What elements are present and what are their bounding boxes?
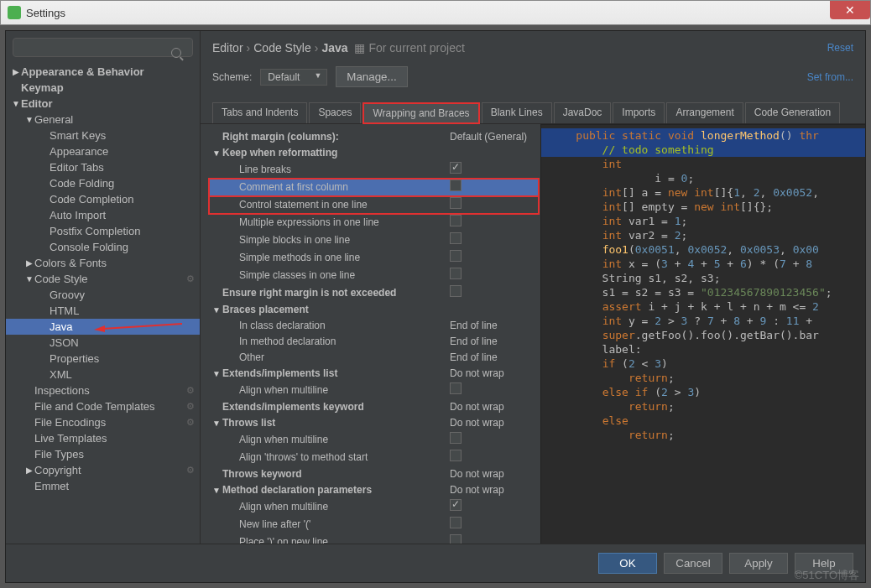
tab-wrapping-braces[interactable]: Wrapping and Braces <box>362 102 479 124</box>
sidebar-item-console-folding[interactable]: Console Folding <box>6 239 200 255</box>
sidebar-item-code-completion[interactable]: Code Completion <box>6 191 200 207</box>
option-row[interactable]: Throws listDo not wrap <box>209 415 539 431</box>
sidebar-item-colors-fonts[interactable]: Colors & Fonts <box>6 255 200 271</box>
dialog-footer: OK Cancel Apply Help <box>6 544 865 582</box>
option-checkbox[interactable] <box>450 432 462 444</box>
option-checkbox[interactable] <box>450 517 462 528</box>
option-checkbox[interactable] <box>450 268 462 279</box>
sidebar-item-file-types[interactable]: File Types <box>6 446 200 462</box>
sidebar-item-label: Editor <box>21 97 195 110</box>
option-value[interactable]: End of line <box>450 319 534 333</box>
option-row[interactable]: Comment at first column <box>209 179 539 196</box>
option-checkbox[interactable] <box>450 450 462 461</box>
option-checkbox[interactable] <box>450 162 462 174</box>
option-row[interactable]: Simple blocks in one line <box>209 232 539 249</box>
option-checkbox[interactable] <box>450 285 462 297</box>
option-row[interactable]: Ensure right margin is not exceeded <box>209 284 539 302</box>
ok-button[interactable]: OK <box>598 553 657 574</box>
sidebar-item-copyright[interactable]: Copyright⚙ <box>6 462 200 478</box>
window-close-button[interactable]: ✕ <box>830 1 870 19</box>
option-checkbox[interactable] <box>450 180 462 191</box>
tab-tabs-indents[interactable]: Tabs and Indents <box>212 102 307 123</box>
option-row[interactable]: Line breaks <box>209 161 539 179</box>
option-row[interactable]: Control statement in one line <box>209 196 539 214</box>
sidebar-item-live-templates[interactable]: Live Templates <box>6 430 200 446</box>
option-checkbox[interactable] <box>450 215 462 226</box>
tab-blank-lines[interactable]: Blank Lines <box>482 102 552 123</box>
sidebar-item-label: Copyright <box>34 464 186 476</box>
option-value[interactable]: Do not wrap <box>450 467 534 481</box>
option-row[interactable]: Simple methods in one line <box>209 249 539 267</box>
option-row[interactable]: Extends/implements keywordDo not wrap <box>209 399 539 415</box>
option-row[interactable]: Extends/implements listDo not wrap <box>209 366 539 382</box>
option-checkbox[interactable] <box>450 250 462 262</box>
tab-imports[interactable]: Imports <box>613 102 665 123</box>
sidebar-item-appearance-behavior[interactable]: Appearance & Behavior <box>6 64 200 80</box>
option-row[interactable]: Braces placement <box>209 302 539 318</box>
scheme-select[interactable]: Default <box>260 69 327 86</box>
option-value[interactable]: Default (General) <box>450 130 534 144</box>
sidebar-item-java[interactable]: Java <box>6 319 200 335</box>
tab-arrangement[interactable]: Arrangement <box>666 102 743 123</box>
option-row[interactable]: Align when multiline <box>209 431 539 449</box>
sidebar-item-inspections[interactable]: Inspections⚙ <box>6 382 200 398</box>
sidebar-item-xml[interactable]: XML <box>6 367 200 382</box>
option-row[interactable]: Align when multiline <box>209 382 539 399</box>
sidebar-item-smart-keys[interactable]: Smart Keys <box>6 127 200 143</box>
sidebar-item-label: Console Folding <box>50 241 195 253</box>
option-row[interactable]: Multiple expressions in one line <box>209 214 539 232</box>
option-row[interactable]: In method declarationEnd of line <box>209 334 539 350</box>
sidebar-item-keymap[interactable]: Keymap <box>6 80 200 96</box>
gear-icon: ⚙ <box>186 417 195 428</box>
option-checkbox[interactable] <box>450 197 462 209</box>
sidebar-item-general[interactable]: General <box>6 112 200 127</box>
option-value[interactable]: End of line <box>450 335 534 349</box>
sidebar-item-code-style[interactable]: Code Style⚙ <box>6 271 200 287</box>
sidebar-item-code-folding[interactable]: Code Folding <box>6 175 200 191</box>
help-button[interactable]: Help <box>795 553 853 574</box>
sidebar-item-emmet[interactable]: Emmet <box>6 478 200 494</box>
sidebar-item-file-and-code-templates[interactable]: File and Code Templates⚙ <box>6 398 200 414</box>
tab-spaces[interactable]: Spaces <box>309 102 361 123</box>
option-value[interactable]: Do not wrap <box>450 400 534 414</box>
set-from-link[interactable]: Set from... <box>807 71 853 83</box>
option-row[interactable]: Place ')' on new line <box>209 533 539 544</box>
tab-code-generation[interactable]: Code Generation <box>745 102 840 123</box>
option-checkbox[interactable] <box>450 499 462 511</box>
option-row[interactable]: Throws keywordDo not wrap <box>209 466 539 482</box>
option-value[interactable]: Do not wrap <box>450 367 534 381</box>
sidebar-item-editor[interactable]: Editor <box>6 96 200 112</box>
manage-button[interactable]: Manage... <box>336 66 407 87</box>
option-row[interactable]: Keep when reformatting <box>209 145 539 161</box>
option-row[interactable]: In class declarationEnd of line <box>209 318 539 334</box>
option-value[interactable]: Do not wrap <box>450 416 534 430</box>
option-value[interactable]: Do not wrap <box>450 483 534 497</box>
apply-button[interactable]: Apply <box>729 553 788 574</box>
reset-link[interactable]: Reset <box>827 42 853 54</box>
option-row[interactable]: Align 'throws' to method start <box>209 449 539 466</box>
option-label: Align 'throws' to method start <box>239 450 450 465</box>
option-row[interactable]: OtherEnd of line <box>209 350 539 366</box>
sidebar-item-html[interactable]: HTML <box>6 303 200 319</box>
option-row[interactable]: Right margin (columns):Default (General) <box>209 129 539 145</box>
sidebar-item-json[interactable]: JSON <box>6 335 200 351</box>
sidebar-item-appearance[interactable]: Appearance <box>6 143 200 159</box>
tab-javadoc[interactable]: JavaDoc <box>554 102 612 123</box>
search-input[interactable] <box>13 38 193 57</box>
sidebar-item-editor-tabs[interactable]: Editor Tabs <box>6 159 200 175</box>
option-checkbox[interactable] <box>450 382 462 394</box>
sidebar-item-auto-import[interactable]: Auto Import <box>6 207 200 223</box>
sidebar-item-postfix-completion[interactable]: Postfix Completion <box>6 223 200 239</box>
sidebar-item-file-encodings[interactable]: File Encodings⚙ <box>6 414 200 430</box>
option-value[interactable]: End of line <box>450 351 534 365</box>
sidebar-item-groovy[interactable]: Groovy <box>6 287 200 303</box>
option-row[interactable]: Method declaration parametersDo not wrap <box>209 482 539 498</box>
sidebar-item-properties[interactable]: Properties <box>6 351 200 367</box>
option-checkbox[interactable] <box>450 534 462 544</box>
option-row[interactable]: Simple classes in one line <box>209 267 539 284</box>
cancel-button[interactable]: Cancel <box>664 553 722 574</box>
option-row[interactable]: Align when multiline <box>209 498 539 516</box>
sidebar-item-label: Code Completion <box>50 193 195 206</box>
option-row[interactable]: New line after '(' <box>209 516 539 533</box>
option-checkbox[interactable] <box>450 232 462 244</box>
